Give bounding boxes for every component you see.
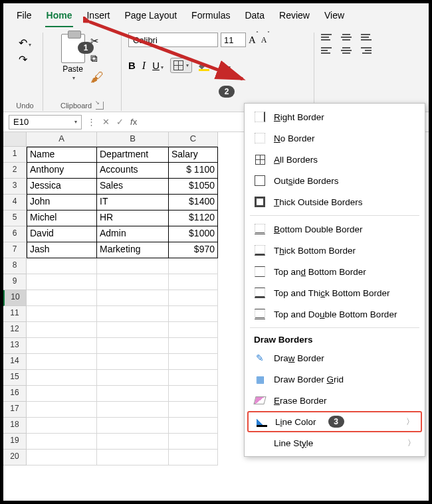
dd-top-thick-bottom[interactable]: Top and Thick Bottom Border bbox=[245, 282, 425, 303]
cell[interactable]: Salary bbox=[169, 147, 218, 163]
menu-review[interactable]: Review bbox=[278, 7, 311, 26]
dd-line-style[interactable]: Line Style 〉 bbox=[245, 432, 425, 454]
cell[interactable]: $ 1100 bbox=[169, 163, 218, 179]
dd-top-double-bottom[interactable]: Top and Double Bottom Border bbox=[245, 303, 425, 325]
cell[interactable] bbox=[169, 306, 218, 322]
cell[interactable]: Marketing bbox=[97, 242, 169, 258]
cell[interactable] bbox=[169, 434, 218, 450]
cell[interactable] bbox=[97, 290, 169, 306]
cell[interactable] bbox=[27, 306, 97, 322]
dd-draw-grid[interactable]: ▦Draw Border Grid bbox=[245, 369, 425, 390]
cell[interactable] bbox=[169, 386, 218, 402]
format-painter-icon[interactable]: 🖌 bbox=[90, 70, 104, 85]
fb-cancel-icon[interactable]: ✕ bbox=[102, 117, 110, 127]
cell[interactable] bbox=[27, 322, 97, 338]
cell[interactable] bbox=[27, 418, 97, 434]
cell[interactable]: John bbox=[27, 195, 97, 210]
dd-thick-outside[interactable]: Thick Outside Borders bbox=[245, 191, 425, 212]
cell[interactable]: $1400 bbox=[169, 195, 218, 210]
cell[interactable]: Sales bbox=[97, 179, 169, 195]
row-header[interactable]: 19 bbox=[3, 434, 27, 450]
cell[interactable] bbox=[97, 306, 169, 322]
cell[interactable] bbox=[97, 274, 169, 290]
cell[interactable]: Department bbox=[97, 147, 169, 163]
cell[interactable]: HR bbox=[97, 210, 169, 226]
cell[interactable] bbox=[27, 354, 97, 370]
cell[interactable]: Admin bbox=[97, 226, 169, 242]
italic-button[interactable]: I bbox=[142, 60, 146, 72]
align-top-icon[interactable] bbox=[321, 34, 332, 42]
cell[interactable] bbox=[27, 450, 97, 465]
dd-line-color[interactable]: Line Color 3 〉 bbox=[247, 411, 422, 432]
underline-button[interactable]: U bbox=[152, 60, 160, 71]
cell[interactable] bbox=[27, 386, 97, 402]
cell[interactable] bbox=[97, 370, 169, 386]
fb-confirm-icon[interactable]: ✓ bbox=[116, 117, 124, 127]
cell[interactable] bbox=[27, 274, 97, 290]
row-header[interactable]: 20 bbox=[3, 450, 27, 465]
cell[interactable]: Michel bbox=[27, 210, 97, 226]
dd-thick-bottom[interactable]: Thick Bottom Border bbox=[245, 240, 425, 261]
col-header-b[interactable]: B bbox=[97, 132, 169, 147]
align-left-icon[interactable] bbox=[321, 47, 332, 55]
dd-top-bottom[interactable]: Top and Bottom Border bbox=[245, 261, 425, 282]
align-middle-icon[interactable] bbox=[341, 34, 352, 42]
col-header-a[interactable]: A bbox=[27, 132, 97, 147]
fb-dots-icon[interactable]: ⋮ bbox=[87, 117, 96, 127]
row-header[interactable]: 13 bbox=[3, 338, 27, 354]
cell[interactable]: $1050 bbox=[169, 179, 218, 195]
cell[interactable] bbox=[97, 258, 169, 274]
copy-icon[interactable]: ⧉ bbox=[90, 52, 104, 64]
row-header[interactable]: 12 bbox=[3, 322, 27, 338]
font-name-input[interactable] bbox=[128, 33, 218, 47]
bold-button[interactable]: B bbox=[128, 60, 136, 71]
increase-font-icon[interactable]: A˄ bbox=[249, 35, 259, 46]
cell[interactable]: Anthony bbox=[27, 163, 97, 179]
fill-color-button[interactable]: ▾ bbox=[199, 60, 213, 72]
font-color-button[interactable]: A▾ bbox=[220, 60, 231, 72]
align-bottom-icon[interactable] bbox=[361, 34, 372, 42]
cell[interactable] bbox=[27, 434, 97, 450]
row-header[interactable]: 18 bbox=[3, 418, 27, 434]
cell[interactable] bbox=[97, 450, 169, 465]
menu-home[interactable]: Home bbox=[45, 7, 74, 27]
cell[interactable] bbox=[169, 402, 218, 418]
menu-formulas[interactable]: Formulas bbox=[190, 7, 231, 26]
row-header[interactable]: 7 bbox=[3, 242, 27, 258]
cell[interactable] bbox=[27, 338, 97, 354]
cell[interactable] bbox=[27, 370, 97, 386]
cell[interactable] bbox=[169, 450, 218, 465]
dd-bottom-double[interactable]: Bottom Double Border bbox=[245, 218, 425, 240]
menu-file[interactable]: File bbox=[15, 7, 33, 26]
row-header[interactable]: 8 bbox=[3, 258, 27, 274]
cell[interactable] bbox=[169, 338, 218, 354]
row-header[interactable]: 5 bbox=[3, 210, 27, 226]
cell[interactable] bbox=[97, 354, 169, 370]
cell[interactable] bbox=[97, 386, 169, 402]
cell[interactable] bbox=[27, 290, 97, 306]
row-header[interactable]: 11 bbox=[3, 306, 27, 322]
col-header-c[interactable]: C bbox=[169, 132, 218, 147]
row-header[interactable]: 16 bbox=[3, 386, 27, 402]
cell[interactable] bbox=[27, 402, 97, 418]
paste-dropdown[interactable]: ▾ bbox=[72, 75, 75, 81]
cell[interactable] bbox=[169, 290, 218, 306]
cell[interactable] bbox=[169, 274, 218, 290]
cell[interactable] bbox=[97, 418, 169, 434]
row-header[interactable]: 2 bbox=[3, 163, 27, 179]
menu-data[interactable]: Data bbox=[243, 7, 266, 26]
cell[interactable] bbox=[97, 434, 169, 450]
cell[interactable]: $1120 bbox=[169, 210, 218, 226]
select-all-corner[interactable] bbox=[3, 132, 27, 147]
row-header[interactable]: 15 bbox=[3, 370, 27, 386]
row-header[interactable]: 17 bbox=[3, 402, 27, 418]
align-center-icon[interactable] bbox=[341, 47, 352, 55]
borders-button[interactable]: ▾ bbox=[170, 58, 192, 73]
cell[interactable]: $1000 bbox=[169, 226, 218, 242]
menu-layout[interactable]: Page Layout bbox=[123, 7, 178, 26]
cell[interactable] bbox=[169, 370, 218, 386]
redo-icon[interactable]: ↷ bbox=[19, 53, 31, 66]
dd-no-border[interactable]: No Border bbox=[245, 127, 425, 149]
dd-draw-border[interactable]: ✎Draw Border bbox=[245, 347, 425, 369]
dd-right-border[interactable]: Right Border bbox=[245, 106, 425, 127]
